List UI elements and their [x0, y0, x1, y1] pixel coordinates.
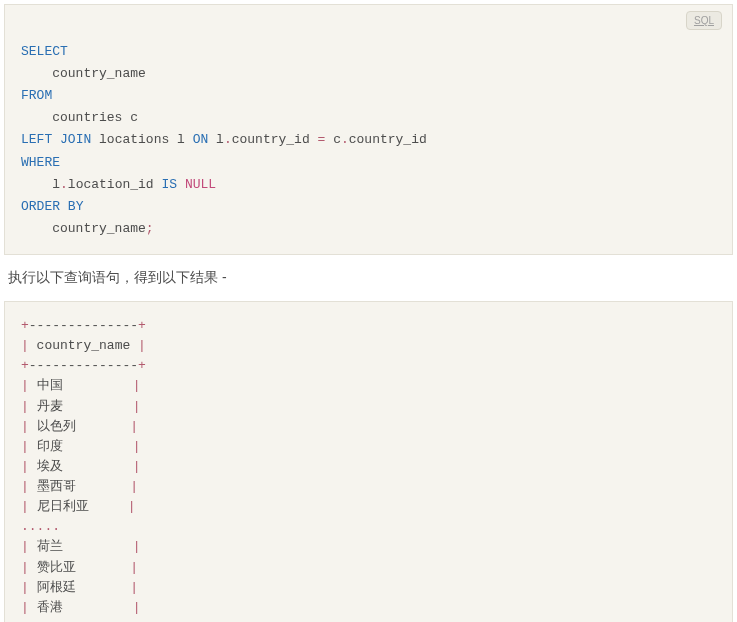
pipe: |	[21, 378, 29, 393]
pipe: |	[21, 479, 29, 494]
pipe: |	[21, 419, 29, 434]
header-text: country_name	[29, 338, 138, 353]
pipe: |	[133, 399, 141, 414]
pipe: |	[21, 580, 29, 595]
kw-select: SELECT	[21, 44, 68, 59]
line-2: country_name	[21, 66, 146, 81]
kw-null: NULL	[185, 177, 216, 192]
row-cell: 丹麦	[29, 399, 133, 414]
pipe: |	[130, 560, 138, 575]
pipe: |	[130, 419, 138, 434]
kw-order: ORDER	[21, 199, 60, 214]
pipe: |	[21, 459, 29, 474]
kw-is: IS	[161, 177, 177, 192]
pipe: |	[21, 338, 29, 353]
l7a: l	[21, 177, 60, 192]
pipe: |	[21, 600, 29, 615]
pipe: |	[21, 539, 29, 554]
row-cell: 中国	[29, 378, 133, 393]
l5b: l	[208, 132, 224, 147]
op-dot1: .	[224, 132, 232, 147]
l5c: country_id	[232, 132, 318, 147]
row-cell: 墨西哥	[29, 479, 130, 494]
kw-left: LEFT	[21, 132, 52, 147]
result-block: +--------------+ | country_name | +-----…	[4, 301, 733, 622]
kw-by: BY	[68, 199, 84, 214]
pipe: |	[138, 338, 146, 353]
row-cell: 印度	[29, 439, 133, 454]
kw-where: WHERE	[21, 155, 60, 170]
kw-from: FROM	[21, 88, 52, 103]
row-cell: 以色列	[29, 419, 130, 434]
pipe: |	[21, 439, 29, 454]
row-cell: 阿根廷	[29, 580, 130, 595]
paragraph-text: 执行以下查询语句，得到以下结果 -	[8, 269, 729, 287]
pipe: |	[21, 399, 29, 414]
pipe: |	[130, 479, 138, 494]
pipe: |	[21, 499, 29, 514]
border-plus: +	[21, 358, 29, 373]
pipe: |	[133, 378, 141, 393]
l7sp	[177, 177, 185, 192]
op-dot3: .	[60, 177, 68, 192]
pipe: |	[130, 580, 138, 595]
l5d: c	[325, 132, 341, 147]
ellipsis: .....	[21, 519, 60, 534]
border-dash: --------------	[29, 318, 138, 333]
kw-on: ON	[193, 132, 209, 147]
line-4: countries c	[21, 110, 138, 125]
border-plus: +	[21, 318, 29, 333]
language-badge: SQL	[686, 11, 722, 30]
row-cell: 香港	[29, 600, 133, 615]
pipe: |	[133, 439, 141, 454]
pipe: |	[133, 539, 141, 554]
sql-code-block: SQLSELECT country_name FROM countries c …	[4, 4, 733, 255]
border-plus: +	[138, 318, 146, 333]
pipe: |	[128, 499, 136, 514]
op-semi: ;	[146, 221, 154, 236]
l9a: country_name	[21, 221, 146, 236]
l5e: country_id	[349, 132, 427, 147]
l5a: locations l	[91, 132, 192, 147]
l7b: location_id	[68, 177, 162, 192]
l8sp	[60, 199, 68, 214]
op-dot2: .	[341, 132, 349, 147]
pipe: |	[133, 600, 141, 615]
row-cell: 尼日利亚	[29, 499, 128, 514]
row-cell: 埃及	[29, 459, 133, 474]
row-cell: 荷兰	[29, 539, 133, 554]
row-cell: 赞比亚	[29, 560, 130, 575]
border-plus: +	[138, 358, 146, 373]
border-dash: --------------	[29, 358, 138, 373]
pipe: |	[21, 560, 29, 575]
pipe: |	[133, 459, 141, 474]
kw-join: JOIN	[60, 132, 91, 147]
